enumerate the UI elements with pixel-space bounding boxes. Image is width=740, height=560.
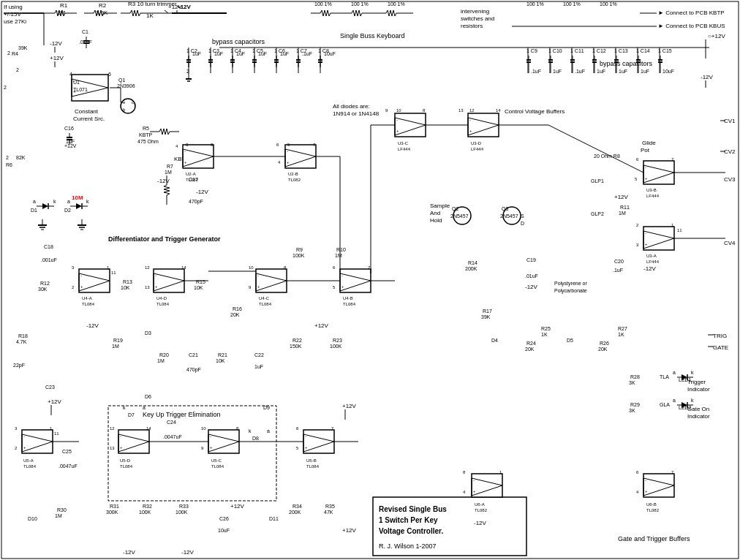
svg-text:U5-B: U5-B bbox=[306, 458, 317, 463]
svg-text:1uF: 1uF bbox=[641, 69, 649, 74]
svg-text:1uF: 1uF bbox=[254, 364, 263, 369]
svg-text:+12V: +12V bbox=[342, 403, 357, 409]
svg-text:-: - bbox=[645, 478, 646, 483]
svg-rect-229 bbox=[643, 227, 674, 250]
svg-text:12: 12 bbox=[469, 108, 475, 113]
svg-text:D8: D8 bbox=[252, 436, 259, 441]
svg-text:+: + bbox=[73, 89, 76, 94]
svg-text:R6: R6 bbox=[6, 162, 12, 167]
svg-text:TL084: TL084 bbox=[343, 302, 356, 306]
svg-text:14: 14 bbox=[146, 426, 151, 431]
svg-text:+: + bbox=[155, 284, 158, 289]
svg-text:-12V: -12V bbox=[157, 178, 170, 184]
svg-text:+: + bbox=[469, 129, 472, 133]
svg-text:TLA: TLA bbox=[660, 374, 669, 379]
svg-text:10M: 10M bbox=[72, 194, 83, 201]
svg-text:+: + bbox=[396, 129, 399, 133]
svg-text:2: 2 bbox=[16, 67, 19, 72]
svg-text:R30: R30 bbox=[57, 507, 67, 512]
svg-text:470pF: 470pF bbox=[189, 199, 203, 205]
svg-text:And: And bbox=[430, 210, 440, 216]
svg-text:R26: R26 bbox=[600, 341, 609, 346]
svg-text:+: + bbox=[120, 445, 123, 450]
svg-rect-155 bbox=[183, 145, 214, 168]
svg-text:-: - bbox=[155, 273, 156, 278]
svg-text:470pF: 470pF bbox=[186, 367, 201, 373]
svg-text:10uF: 10uF bbox=[218, 528, 230, 533]
svg-text:C25: C25 bbox=[62, 449, 72, 454]
svg-text:TRIG: TRIG bbox=[713, 333, 727, 339]
svg-text:U5-A: U5-A bbox=[23, 458, 34, 463]
svg-text:R35: R35 bbox=[325, 504, 335, 509]
svg-text:-: - bbox=[287, 149, 288, 154]
svg-text:-12V: -12V bbox=[86, 322, 99, 329]
svg-text:Sample: Sample bbox=[430, 203, 450, 209]
svg-text:-: - bbox=[473, 478, 475, 483]
svg-text:Control Voltage Buffers: Control Voltage Buffers bbox=[505, 108, 565, 115]
svg-rect-268 bbox=[79, 269, 110, 292]
svg-text:100K: 100K bbox=[330, 344, 342, 349]
svg-text:TL084: TL084 bbox=[120, 464, 133, 469]
svg-text:+12V: +12V bbox=[48, 398, 62, 405]
svg-text:TL082: TL082 bbox=[475, 508, 488, 512]
svg-text:R4: R4 bbox=[12, 51, 18, 56]
svg-text:D5: D5 bbox=[567, 338, 573, 343]
svg-text:+12V: +12V bbox=[177, 4, 192, 10]
svg-text:2: 2 bbox=[4, 85, 7, 90]
svg-text:300K: 300K bbox=[106, 510, 118, 515]
svg-rect-394 bbox=[208, 430, 239, 453]
svg-text:TL084: TL084 bbox=[23, 464, 37, 469]
svg-text:+: + bbox=[184, 160, 187, 164]
svg-text:C26: C26 bbox=[219, 516, 229, 521]
svg-text:CV4: CV4 bbox=[724, 240, 736, 246]
svg-text:475 Ohm: 475 Ohm bbox=[137, 139, 159, 144]
svg-text:1uF: 1uF bbox=[619, 69, 627, 74]
svg-text:D4: D4 bbox=[491, 338, 498, 343]
svg-text:U2-B: U2-B bbox=[288, 172, 298, 176]
single-bus-label: Single Buss Keyboard bbox=[340, 32, 405, 39]
svg-text:TL084: TL084 bbox=[259, 302, 272, 306]
svg-text:Q1: Q1 bbox=[118, 77, 125, 83]
svg-text:1uF: 1uF bbox=[553, 69, 562, 74]
svg-text:10: 10 bbox=[201, 426, 206, 431]
svg-text:C23: C23 bbox=[45, 385, 55, 390]
svg-text:C18: C18 bbox=[44, 244, 53, 249]
svg-text:D: D bbox=[521, 221, 524, 226]
svg-text:100K: 100K bbox=[175, 510, 188, 515]
svg-text:150K: 150K bbox=[290, 344, 302, 349]
svg-text:R27: R27 bbox=[618, 326, 627, 331]
svg-text:.0047uF: .0047uF bbox=[58, 463, 78, 469]
svg-text:R21: R21 bbox=[218, 352, 227, 357]
svg-text:14: 14 bbox=[181, 265, 186, 270]
svg-text:R13: R13 bbox=[123, 279, 132, 284]
svg-text:39K: 39K bbox=[18, 45, 28, 50]
svg-text:Pot: Pot bbox=[641, 147, 650, 154]
svg-text:.1uF: .1uF bbox=[575, 69, 585, 74]
svg-text:Current Src.: Current Src. bbox=[73, 116, 105, 122]
svg-text:TL084: TL084 bbox=[156, 302, 170, 306]
svg-text:1M: 1M bbox=[157, 358, 165, 363]
svg-text:-: - bbox=[341, 273, 343, 278]
svg-text:a: a bbox=[33, 199, 36, 204]
svg-text:C1: C1 bbox=[82, 29, 88, 34]
svg-text:R16: R16 bbox=[233, 306, 242, 311]
svg-rect-447 bbox=[472, 474, 502, 497]
svg-text:1 C13: 1 C13 bbox=[614, 48, 628, 53]
svg-text:+12V: +12V bbox=[50, 55, 64, 61]
svg-text:1 Switch Per Key: 1 Switch Per Key bbox=[379, 516, 438, 524]
svg-text:R34: R34 bbox=[292, 504, 302, 509]
svg-text:.1uF: .1uF bbox=[302, 51, 312, 56]
svg-text:GATE: GATE bbox=[713, 344, 728, 351]
svg-text:S: S bbox=[521, 213, 524, 219]
svg-text:1 C10: 1 C10 bbox=[548, 48, 562, 53]
svg-text:a: a bbox=[673, 370, 676, 375]
svg-text:R11: R11 bbox=[620, 205, 630, 210]
svg-text:Glide: Glide bbox=[642, 140, 656, 146]
svg-text:100 1%: 100 1% bbox=[314, 1, 332, 7]
svg-text:100K: 100K bbox=[139, 510, 151, 515]
svg-rect-192 bbox=[468, 113, 499, 137]
svg-text:C22: C22 bbox=[254, 352, 264, 357]
svg-text:R24: R24 bbox=[526, 341, 536, 346]
svg-text:2N5457: 2N5457 bbox=[500, 213, 518, 219]
svg-text:22pF: 22pF bbox=[13, 363, 25, 368]
